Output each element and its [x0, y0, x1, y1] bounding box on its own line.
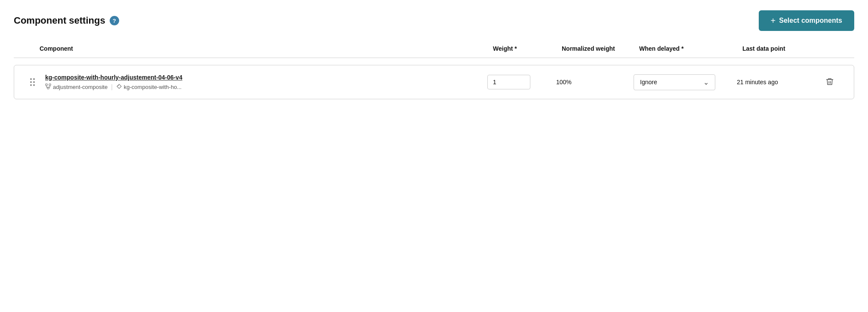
- last-data-point-value: 21 minutes ago: [737, 79, 778, 86]
- weight-cell: [487, 75, 556, 89]
- weight-input[interactable]: [487, 75, 530, 89]
- table-wrapper: Component Weight * Normalized weight Whe…: [14, 45, 854, 99]
- help-icon[interactable]: ?: [110, 16, 119, 25]
- chevron-down-icon: ⌄: [703, 78, 709, 86]
- svg-rect-1: [49, 84, 51, 86]
- svg-point-7: [118, 85, 119, 86]
- drag-dot: [30, 81, 32, 83]
- page-container: Component settings ? + Select components…: [0, 0, 868, 110]
- meta-type-item: adjustment-composite: [45, 83, 108, 91]
- select-components-label: Select components: [779, 17, 842, 24]
- trash-icon: [825, 77, 834, 87]
- delete-row-button[interactable]: [823, 75, 837, 90]
- meta-name-item: kg-composite-with-ho...: [116, 83, 182, 91]
- plus-icon: +: [771, 16, 776, 25]
- when-delayed-value: Ignore: [640, 79, 657, 86]
- tag-icon: [116, 83, 122, 91]
- when-delayed-cell: Ignore ⌄: [634, 74, 737, 90]
- component-cell: kg-composite-with-hourly-adjustement-04-…: [45, 74, 487, 91]
- delete-cell: [823, 75, 849, 90]
- select-components-button[interactable]: + Select components: [759, 10, 854, 31]
- drag-dot-row-1: [30, 78, 35, 80]
- drag-dot: [30, 84, 32, 86]
- col-last-data-point: Last data point: [742, 45, 828, 52]
- col-when-delayed: When delayed *: [639, 45, 742, 52]
- page-title: Component settings: [14, 15, 105, 26]
- table-header: Component Weight * Normalized weight Whe…: [14, 45, 854, 58]
- last-data-cell: 21 minutes ago: [737, 79, 823, 86]
- table-row: kg-composite-with-hourly-adjustement-04-…: [14, 65, 854, 99]
- drag-dot: [33, 81, 35, 83]
- composite-icon: [45, 83, 51, 91]
- component-meta: adjustment-composite | kg-compo: [45, 83, 487, 91]
- normalized-weight-cell: 100%: [556, 79, 634, 86]
- meta-name-label: kg-composite-with-ho...: [124, 84, 182, 90]
- drag-dot-row-3: [30, 84, 35, 86]
- meta-type-label: adjustment-composite: [53, 84, 108, 90]
- col-normalized-weight: Normalized weight: [562, 45, 639, 52]
- component-name-link[interactable]: kg-composite-with-hourly-adjustement-04-…: [45, 74, 487, 81]
- meta-divider: |: [111, 83, 113, 90]
- drag-dot: [33, 78, 35, 80]
- drag-dot: [33, 84, 35, 86]
- col-weight: Weight *: [493, 45, 562, 52]
- when-delayed-dropdown[interactable]: Ignore ⌄: [634, 74, 715, 90]
- title-area: Component settings ?: [14, 15, 119, 26]
- drag-dot: [30, 78, 32, 80]
- drag-handle[interactable]: [19, 76, 45, 88]
- table-body: kg-composite-with-hourly-adjustement-04-…: [14, 65, 854, 99]
- header-row: Component settings ? + Select components: [14, 10, 854, 31]
- col-component: Component: [40, 45, 493, 52]
- drag-dot-row-2: [30, 81, 35, 83]
- svg-rect-2: [47, 87, 49, 89]
- svg-rect-0: [46, 84, 47, 86]
